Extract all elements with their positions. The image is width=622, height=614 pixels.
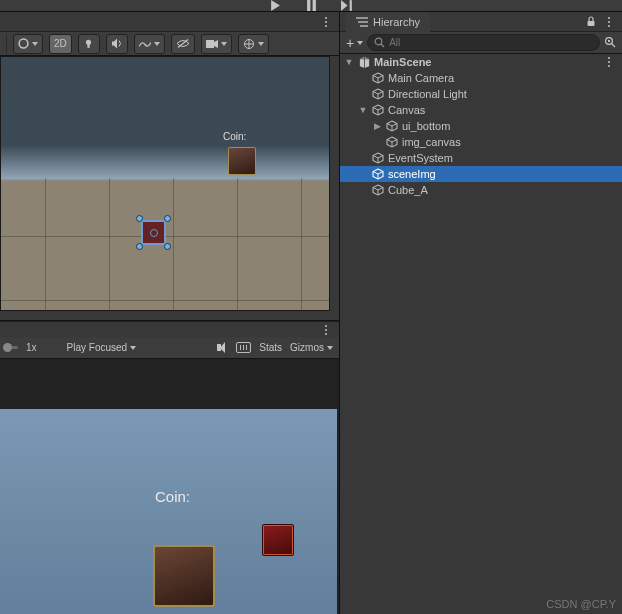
red-cube xyxy=(262,524,294,556)
fx-dropdown[interactable] xyxy=(134,34,165,54)
node-label: Directional Light xyxy=(388,88,467,100)
gizmo-handle-tl[interactable] xyxy=(136,215,143,222)
coin-label: Coin: xyxy=(223,131,246,142)
gameobject-icon xyxy=(371,87,385,101)
hierarchy-search[interactable] xyxy=(367,34,600,51)
hierarchy-tab-label: Hierarchy xyxy=(373,16,420,28)
draw-mode-dropdown[interactable] xyxy=(13,34,43,54)
hierarchy-toolbar: + xyxy=(340,32,622,54)
game-tabstrip xyxy=(0,321,339,337)
transport-bar xyxy=(0,0,622,12)
gizmo-center-icon[interactable] xyxy=(150,229,158,237)
svg-rect-14 xyxy=(588,21,595,26)
visibility-toggle[interactable] xyxy=(171,34,195,54)
game-view[interactable]: Coin: xyxy=(0,359,339,614)
node-sceneimg[interactable]: sceneImg xyxy=(340,166,622,182)
search-by-type-icon[interactable] xyxy=(604,36,616,50)
search-icon xyxy=(374,37,385,48)
node-label: Canvas xyxy=(388,104,425,116)
scale-slider[interactable] xyxy=(6,346,18,349)
gizmo-dropdown[interactable] xyxy=(238,34,269,54)
gizmos-dropdown[interactable]: Gizmos xyxy=(290,342,333,353)
gizmo-handle-bl[interactable] xyxy=(136,243,143,250)
scene-toolbar: 2D xyxy=(0,32,339,56)
hierarchy-panel: Hierarchy + ▼ xyxy=(340,0,622,614)
foldout-icon[interactable]: ▼ xyxy=(358,105,368,115)
svg-rect-5 xyxy=(88,45,90,48)
gameobject-icon xyxy=(371,183,385,197)
mute-toggle-icon[interactable] xyxy=(217,342,228,353)
foldout-icon[interactable]: ▶ xyxy=(372,121,382,131)
gameobject-icon xyxy=(371,167,385,181)
svg-rect-7 xyxy=(206,40,214,48)
coin-label: Coin: xyxy=(155,488,190,505)
node-ui-bottom[interactable]: ▶ ui_bottom xyxy=(340,118,622,134)
hierarchy-tree[interactable]: ▼ MainScene Main Camera Directional Ligh… xyxy=(340,54,622,614)
play-button[interactable] xyxy=(261,1,289,11)
svg-point-15 xyxy=(375,38,382,45)
search-input[interactable] xyxy=(389,37,593,48)
stats-toggle[interactable]: Stats xyxy=(259,342,282,353)
svg-point-4 xyxy=(86,40,91,45)
node-canvas[interactable]: ▼ Canvas xyxy=(340,102,622,118)
game-panel-options-icon[interactable] xyxy=(319,323,333,337)
foldout-icon[interactable]: ▼ xyxy=(344,57,354,67)
gameobject-icon xyxy=(371,151,385,165)
scene-tabstrip xyxy=(0,12,339,32)
node-label: MainScene xyxy=(374,56,431,68)
node-directional-light[interactable]: Directional Light xyxy=(340,86,622,102)
hierarchy-list-icon xyxy=(356,17,368,27)
brown-cube xyxy=(153,545,215,607)
node-label: sceneImg xyxy=(388,168,436,180)
gameobject-icon xyxy=(385,119,399,133)
lighting-toggle[interactable] xyxy=(78,34,100,54)
node-label: img_canvas xyxy=(402,136,461,148)
watermark: CSDN @CP.Y xyxy=(546,598,616,610)
scene-panel-options-icon[interactable] xyxy=(319,15,333,29)
svg-rect-1 xyxy=(312,0,315,11)
hierarchy-options-icon[interactable] xyxy=(602,15,616,29)
play-mode-dropdown[interactable]: Play Focused xyxy=(67,342,137,353)
divider xyxy=(6,35,7,53)
node-label: ui_bottom xyxy=(402,120,450,132)
pause-button[interactable] xyxy=(297,1,325,11)
unity-logo-icon xyxy=(357,55,371,69)
gameobject-icon xyxy=(371,71,385,85)
scene-grid xyxy=(1,57,329,310)
game-sky: Coin: xyxy=(0,409,337,614)
scene-node-mainscene[interactable]: ▼ MainScene xyxy=(340,54,622,70)
svg-rect-0 xyxy=(307,0,310,11)
brown-cube[interactable] xyxy=(228,147,256,175)
svg-line-16 xyxy=(381,44,384,47)
step-button[interactable] xyxy=(333,1,361,11)
camera-dropdown[interactable] xyxy=(201,34,232,54)
scene-view[interactable]: Coin: xyxy=(0,56,339,321)
game-toolbar: 1x Play Focused Stats Gizmos xyxy=(0,337,339,359)
audio-toggle[interactable] xyxy=(106,34,128,54)
node-main-camera[interactable]: Main Camera xyxy=(340,70,622,86)
scale-value: 1x xyxy=(26,342,37,353)
node-img-canvas[interactable]: img_canvas xyxy=(340,134,622,150)
node-label: EventSystem xyxy=(388,152,453,164)
create-button[interactable]: + xyxy=(346,35,363,51)
tab-hierarchy[interactable]: Hierarchy xyxy=(346,12,430,32)
node-cube-a[interactable]: Cube_A xyxy=(340,182,622,198)
svg-rect-18 xyxy=(608,40,610,42)
lock-icon[interactable] xyxy=(586,16,596,27)
svg-rect-2 xyxy=(349,0,351,11)
selected-object[interactable] xyxy=(141,220,166,245)
svg-line-19 xyxy=(612,43,616,47)
node-label: Main Camera xyxy=(388,72,454,84)
node-eventsystem[interactable]: EventSystem xyxy=(340,150,622,166)
scene-node-options-icon[interactable] xyxy=(602,55,616,69)
keyboard-icon[interactable] xyxy=(236,342,251,353)
gameobject-icon xyxy=(385,135,399,149)
gizmo-handle-br[interactable] xyxy=(164,243,171,250)
mode-2d-toggle[interactable]: 2D xyxy=(49,34,72,54)
left-pane: 2D Coin: xyxy=(0,0,340,614)
hierarchy-tabbar: Hierarchy xyxy=(340,12,622,32)
svg-point-3 xyxy=(19,39,28,48)
gameobject-icon xyxy=(371,103,385,117)
gizmo-handle-tr[interactable] xyxy=(164,215,171,222)
node-label: Cube_A xyxy=(388,184,428,196)
